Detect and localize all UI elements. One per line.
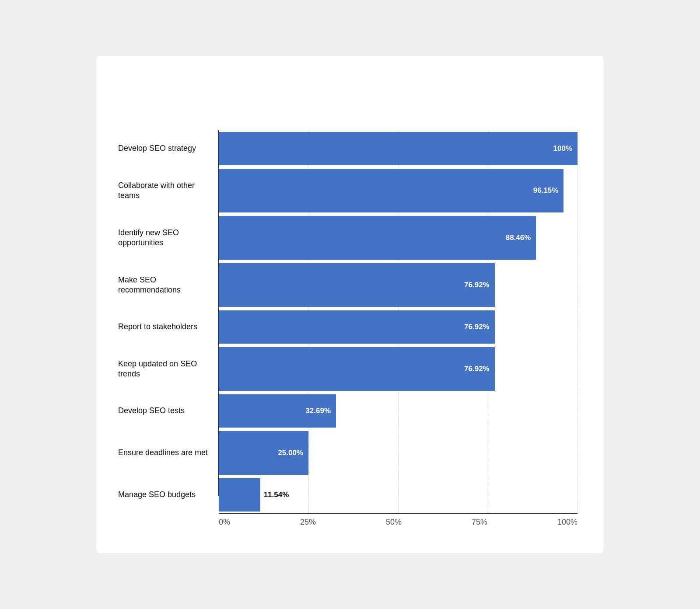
bar-wrapper-6: 32.69% — [219, 394, 578, 428]
bar-wrapper-4: 76.92% — [219, 310, 578, 344]
bar-5: 76.92% — [219, 347, 495, 391]
bars-grid: 100%96.15%88.46%76.92%76.92%76.92%32.69%… — [219, 130, 578, 513]
x-label-0: 0% — [219, 518, 230, 527]
y-label-8: Manage SEO budgets — [118, 477, 219, 513]
bar-row-5: 76.92% — [219, 345, 578, 393]
y-label-1: Collaborate with other teams — [118, 167, 219, 214]
bar-1: 96.15% — [219, 169, 564, 212]
bar-value-0: 100% — [553, 144, 572, 153]
bar-2: 88.46% — [219, 216, 536, 260]
bar-value-6: 32.69% — [305, 407, 331, 415]
x-axis-line — [219, 513, 578, 514]
y-label-7: Ensure deadlines are met — [118, 429, 219, 477]
bar-row-7: 25.00% — [219, 429, 578, 477]
x-label-4: 100% — [557, 518, 578, 527]
bar-wrapper-5: 76.92% — [219, 347, 578, 391]
bar-row-2: 88.46% — [219, 214, 578, 261]
bar-3: 76.92% — [219, 263, 495, 307]
bar-value-outside-8: 11.54% — [264, 491, 289, 499]
chart-container: Develop SEO strategyCollaborate with oth… — [96, 56, 604, 553]
bar-row-4: 76.92% — [219, 309, 578, 345]
bar-row-1: 96.15% — [219, 167, 578, 214]
bar-value-1: 96.15% — [533, 186, 559, 195]
y-label-0: Develop SEO strategy — [118, 130, 219, 167]
bar-4: 76.92% — [219, 310, 495, 344]
y-label-6: Develop SEO tests — [118, 393, 219, 429]
y-label-5: Keep updated on SEO trends — [118, 345, 219, 393]
x-label-3: 75% — [472, 518, 487, 527]
bar-wrapper-0: 100% — [219, 132, 578, 165]
chart-title — [118, 82, 578, 108]
bar-wrapper-3: 76.92% — [219, 263, 578, 307]
bar-row-6: 32.69% — [219, 393, 578, 429]
bar-row-3: 76.92% — [219, 261, 578, 309]
bar-row-8: 11.54% — [219, 477, 578, 513]
bar-value-7: 25.00% — [278, 449, 303, 457]
bar-value-4: 76.92% — [464, 323, 490, 331]
bar-wrapper-8: 11.54% — [219, 478, 578, 512]
chart-area: Develop SEO strategyCollaborate with oth… — [118, 130, 578, 527]
bar-7: 25.00% — [219, 431, 308, 475]
y-labels: Develop SEO strategyCollaborate with oth… — [118, 130, 219, 513]
y-label-3: Make SEO recommendations — [118, 261, 219, 309]
chart-body: Develop SEO strategyCollaborate with oth… — [118, 130, 578, 513]
bar-row-0: 100% — [219, 130, 578, 167]
bar-wrapper-2: 88.46% — [219, 216, 578, 260]
grid-line-100 — [578, 130, 578, 513]
bar-wrapper-1: 96.15% — [219, 169, 578, 212]
bar-value-2: 88.46% — [506, 233, 531, 242]
bar-value-3: 76.92% — [464, 281, 490, 289]
bar-wrapper-7: 25.00% — [219, 431, 578, 475]
y-label-4: Report to stakeholders — [118, 309, 219, 345]
bar-8 — [219, 478, 260, 512]
y-label-2: Identify new SEO opportunities — [118, 214, 219, 261]
bar-value-5: 76.92% — [464, 365, 490, 373]
bar-0: 100% — [219, 132, 578, 165]
bar-6: 32.69% — [219, 394, 336, 428]
x-label-2: 50% — [386, 518, 402, 527]
x-labels: 0%25%50%75%100% — [118, 518, 578, 527]
x-label-1: 25% — [300, 518, 316, 527]
